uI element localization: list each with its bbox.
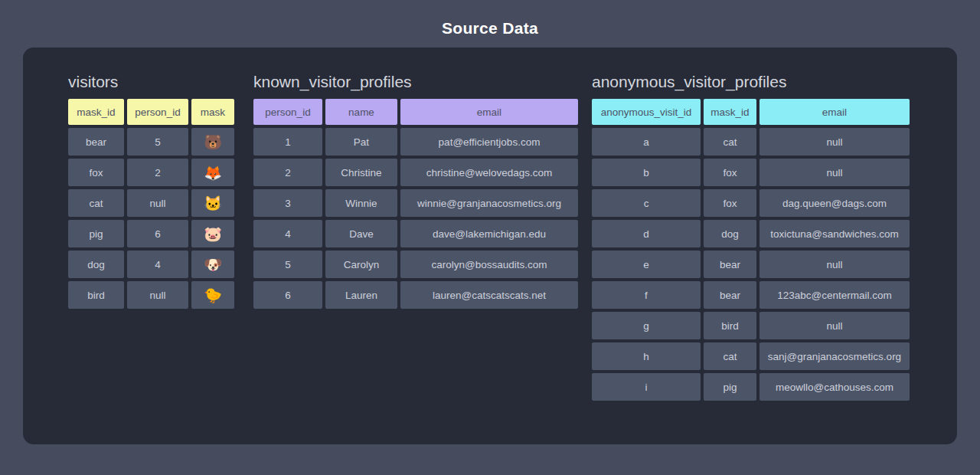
table-cell: cat: [68, 189, 124, 217]
column-header-person_id: person_id: [127, 99, 188, 125]
table-cell: h: [592, 342, 701, 370]
column-header-mask_id: mask_id: [68, 99, 124, 125]
table-cell: null: [127, 281, 188, 309]
table-title: visitors: [68, 72, 234, 92]
table-cell: sanj@granjanacosmetics.org: [760, 342, 910, 370]
table-cell: 1: [253, 128, 322, 156]
table-title: anonymous_visitor_profiles: [592, 72, 910, 92]
table-cell: 🐤: [191, 281, 234, 309]
table-cell: null: [760, 128, 910, 156]
table-grid: anonymous_visit_idmask_idemailacatnullbf…: [592, 99, 910, 401]
table-cell: 123abc@centermail.com: [760, 281, 910, 309]
table-title: known_visitor_profiles: [253, 72, 578, 92]
table-cell: pat@efficientjobs.com: [400, 128, 578, 156]
table-cell: bear: [704, 251, 756, 278]
table-cell: 5: [127, 128, 188, 156]
table-cell: 4: [253, 220, 322, 247]
table-cell: 6: [253, 281, 322, 309]
table-anonymous-visitor-profiles: anonymous_visitor_profiles anonymous_vis…: [592, 72, 910, 401]
table-cell: carolyn@bossaudits.com: [400, 251, 578, 278]
table-cell: 🐻: [191, 128, 234, 156]
column-header-email: email: [400, 99, 578, 125]
table-cell: Dave: [325, 220, 397, 247]
table-cell: 🦊: [191, 159, 234, 186]
table-cell: meowllo@cathouses.com: [760, 373, 910, 401]
table-grid: person_idnameemail1Patpat@efficientjobs.…: [253, 99, 578, 309]
table-cell: 🐱: [191, 189, 234, 217]
table-cell: a: [592, 128, 701, 156]
table-cell: 2: [253, 159, 322, 186]
table-cell: null: [760, 159, 910, 186]
table-cell: 4: [127, 251, 188, 278]
table-cell: i: [592, 373, 701, 401]
table-cell: g: [592, 312, 701, 339]
column-header-person_id: person_id: [253, 99, 322, 125]
table-visitors: visitors mask_idperson_idmaskbear5🐻fox2🦊…: [68, 72, 234, 309]
column-header-anonymous_visit_id: anonymous_visit_id: [592, 99, 701, 125]
table-cell: cat: [704, 342, 756, 370]
column-header-mask: mask: [191, 99, 234, 125]
column-header-email: email: [760, 99, 910, 125]
table-cell: bird: [704, 312, 756, 339]
column-header-mask_id: mask_id: [704, 99, 756, 125]
table-cell: bear: [704, 281, 756, 309]
table-cell: null: [127, 189, 188, 217]
table-cell: cat: [704, 128, 756, 156]
table-cell: c: [592, 189, 701, 217]
table-cell: Pat: [325, 128, 397, 156]
table-cell: 6: [127, 220, 188, 247]
table-cell: Lauren: [325, 281, 397, 309]
table-cell: dag.queen@dags.com: [760, 189, 910, 217]
table-cell: bear: [68, 128, 124, 156]
table-cell: null: [760, 251, 910, 278]
table-cell: fox: [704, 189, 756, 217]
table-cell: dog: [704, 220, 756, 247]
table-cell: Winnie: [325, 189, 397, 217]
table-cell: pig: [68, 220, 124, 247]
source-data-panel: visitors mask_idperson_idmaskbear5🐻fox2🦊…: [23, 48, 957, 444]
table-cell: null: [760, 312, 910, 339]
table-known-visitor-profiles: known_visitor_profiles person_idnameemai…: [253, 72, 578, 309]
column-header-name: name: [325, 99, 397, 125]
table-cell: 2: [127, 159, 188, 186]
table-cell: b: [592, 159, 701, 186]
table-cell: fox: [704, 159, 756, 186]
table-cell: toxictuna@sandwiches.com: [760, 220, 910, 247]
table-cell: dave@lakemichigan.edu: [400, 220, 578, 247]
table-cell: Christine: [325, 159, 397, 186]
table-cell: 5: [253, 251, 322, 278]
table-cell: Carolyn: [325, 251, 397, 278]
table-cell: christine@welovedags.com: [400, 159, 578, 186]
table-cell: 3: [253, 189, 322, 217]
table-cell: winnie@granjanacosmetics.org: [400, 189, 578, 217]
table-cell: lauren@catscatscats.net: [400, 281, 578, 309]
table-cell: 🐷: [191, 220, 234, 247]
table-cell: bird: [68, 281, 124, 309]
table-grid: mask_idperson_idmaskbear5🐻fox2🦊catnull🐱p…: [68, 99, 234, 309]
table-cell: e: [592, 251, 701, 278]
table-cell: f: [592, 281, 701, 309]
page-title: Source Data: [0, 19, 980, 38]
table-cell: dog: [68, 251, 124, 278]
table-cell: d: [592, 220, 701, 247]
table-cell: pig: [704, 373, 756, 401]
table-cell: fox: [68, 159, 124, 186]
table-cell: 🐶: [191, 251, 234, 278]
